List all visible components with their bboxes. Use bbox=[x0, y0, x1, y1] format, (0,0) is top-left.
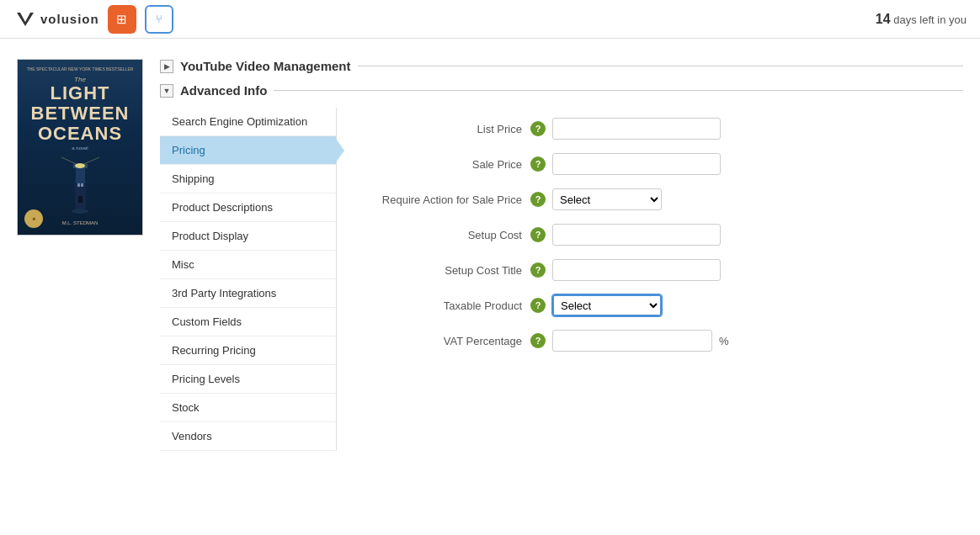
setup-cost-title-row: Setup Cost Title ? bbox=[362, 259, 938, 281]
sidebar-item-stock-label: Stock bbox=[172, 401, 200, 414]
sidebar-item-misc-label: Misc bbox=[172, 258, 194, 271]
advanced-info-content: Search Engine Optimization Pricing Shipp… bbox=[160, 108, 963, 451]
require-action-select[interactable]: Select Option 1 Option 2 bbox=[552, 188, 662, 210]
fork-icon: ⑂ bbox=[156, 13, 162, 25]
left-navigation: Search Engine Optimization Pricing Shipp… bbox=[160, 108, 337, 451]
vat-percentage-label: VAT Percentage bbox=[362, 335, 530, 347]
svg-marker-0 bbox=[17, 13, 34, 26]
sidebar-item-pricing-levels-label: Pricing Levels bbox=[172, 373, 240, 385]
require-action-label: Require Action for Sale Price bbox=[362, 193, 530, 206]
trial-label: days left in you bbox=[893, 13, 967, 26]
sidebar-item-custom-fields-label: Custom Fields bbox=[172, 315, 242, 328]
vat-percentage-input[interactable] bbox=[552, 330, 712, 352]
product-image-container: THE SPECTACULAR NEW YORK TIMES BESTSELLE… bbox=[17, 59, 143, 236]
svg-rect-3 bbox=[76, 167, 85, 183]
svg-line-10 bbox=[61, 157, 80, 166]
right-panel: ▶ YouTube Video Management ▼ Advanced In… bbox=[160, 52, 963, 451]
lighthouse-icon bbox=[57, 154, 104, 217]
taxable-product-help-icon[interactable]: ? bbox=[530, 298, 546, 313]
sidebar-item-custom-fields[interactable]: Custom Fields bbox=[160, 308, 336, 336]
svg-point-9 bbox=[72, 209, 88, 214]
sidebar-item-recurring-pricing[interactable]: Recurring Pricing bbox=[160, 336, 336, 365]
svg-rect-2 bbox=[75, 179, 86, 209]
vat-percentage-row: VAT Percentage ? % bbox=[362, 330, 938, 352]
setup-cost-input[interactable] bbox=[552, 224, 721, 246]
list-price-help-icon[interactable]: ? bbox=[530, 121, 546, 136]
medal-badge: ★ bbox=[24, 209, 43, 228]
sidebar-item-vendors[interactable]: Vendors bbox=[160, 422, 336, 451]
advanced-section-line bbox=[274, 90, 963, 91]
list-price-row: List Price ? bbox=[362, 118, 938, 140]
book-top-text: THE SPECTACULAR NEW YORK TIMES BESTSELLE… bbox=[27, 66, 134, 72]
grid-icon-button[interactable]: ⊞ bbox=[108, 5, 136, 34]
sidebar-item-product-descriptions[interactable]: Product Descriptions bbox=[160, 193, 336, 222]
sale-price-row: Sale Price ? bbox=[362, 153, 938, 175]
product-image: THE SPECTACULAR NEW YORK TIMES BESTSELLE… bbox=[18, 60, 142, 235]
sidebar-item-recurring-pricing-label: Recurring Pricing bbox=[172, 344, 256, 357]
sidebar-item-stock[interactable]: Stock bbox=[160, 394, 336, 422]
setup-cost-title-help-icon[interactable]: ? bbox=[530, 262, 546, 278]
top-navigation: volusion ⊞ ⑂ 14 days left in you bbox=[0, 0, 980, 39]
book-title-light: LIGHT bbox=[51, 83, 110, 103]
trial-info: 14 days left in you bbox=[876, 12, 967, 27]
grid-icon: ⊞ bbox=[116, 12, 127, 27]
svg-rect-8 bbox=[81, 183, 83, 187]
taxable-product-label: Taxable Product bbox=[362, 299, 530, 312]
setup-cost-row: Setup Cost ? bbox=[362, 224, 938, 246]
setup-cost-label: Setup Cost bbox=[362, 229, 530, 241]
require-action-row: Require Action for Sale Price ? Select O… bbox=[362, 188, 938, 210]
setup-cost-title-label: Setup Cost Title bbox=[362, 264, 530, 277]
svg-rect-6 bbox=[78, 196, 83, 203]
volusion-brand-text: volusion bbox=[40, 12, 99, 26]
youtube-toggle[interactable]: ▶ bbox=[160, 60, 173, 73]
list-price-input[interactable] bbox=[552, 118, 721, 140]
pricing-form: List Price ? Sale Price ? Require Action… bbox=[337, 108, 963, 451]
taxable-product-select[interactable]: Select Yes No bbox=[552, 294, 662, 316]
volusion-logo: volusion bbox=[13, 8, 99, 31]
advanced-toggle[interactable]: ▼ bbox=[160, 84, 173, 98]
sidebar-item-3rd-party[interactable]: 3rd Party Integrations bbox=[160, 279, 336, 308]
sidebar-item-shipping-label: Shipping bbox=[172, 172, 215, 185]
sidebar-item-product-display[interactable]: Product Display bbox=[160, 222, 336, 251]
advanced-section-title: Advanced Info bbox=[180, 83, 267, 98]
sidebar-item-product-descriptions-label: Product Descriptions bbox=[172, 201, 273, 214]
fork-icon-button[interactable]: ⑂ bbox=[145, 5, 173, 34]
percent-sign: % bbox=[719, 335, 729, 347]
book-title-oceans: OCEANS bbox=[38, 124, 122, 144]
sidebar-item-pricing-label: Pricing bbox=[172, 144, 205, 156]
list-price-label: List Price bbox=[362, 123, 530, 135]
youtube-section-line bbox=[358, 66, 963, 66]
sale-price-help-icon[interactable]: ? bbox=[530, 156, 546, 172]
vat-input-group: % bbox=[552, 330, 729, 352]
book-author: M.L. STEDMAN bbox=[62, 220, 99, 225]
sidebar-item-product-display-label: Product Display bbox=[172, 230, 248, 242]
sidebar-item-pricing[interactable]: Pricing bbox=[160, 136, 336, 165]
nav-left: volusion ⊞ ⑂ bbox=[13, 5, 173, 34]
sidebar-item-seo-label: Search Engine Optimization bbox=[172, 115, 307, 128]
vat-percentage-help-icon[interactable]: ? bbox=[530, 333, 546, 348]
book-subtitle: a novel bbox=[72, 146, 88, 151]
volusion-v-icon bbox=[13, 8, 37, 31]
sidebar-item-misc[interactable]: Misc bbox=[160, 251, 336, 279]
svg-rect-7 bbox=[77, 183, 80, 187]
sidebar-item-pricing-levels[interactable]: Pricing Levels bbox=[160, 365, 336, 394]
setup-cost-title-input[interactable] bbox=[552, 259, 721, 281]
sidebar-item-shipping[interactable]: Shipping bbox=[160, 165, 336, 193]
sale-price-input[interactable] bbox=[552, 153, 721, 175]
sidebar-item-seo[interactable]: Search Engine Optimization bbox=[160, 108, 336, 136]
sale-price-label: Sale Price bbox=[362, 158, 530, 171]
book-title-between: BETWEEN bbox=[31, 103, 130, 124]
require-action-help-icon[interactable]: ? bbox=[530, 192, 546, 207]
svg-line-11 bbox=[80, 157, 99, 166]
youtube-section-header: ▶ YouTube Video Management bbox=[160, 59, 963, 73]
setup-cost-help-icon[interactable]: ? bbox=[530, 227, 546, 242]
main-content: THE SPECTACULAR NEW YORK TIMES BESTSELLE… bbox=[0, 39, 980, 464]
sidebar-item-vendors-label: Vendors bbox=[172, 430, 212, 442]
youtube-section-title: YouTube Video Management bbox=[180, 59, 351, 73]
advanced-section-header: ▼ Advanced Info bbox=[160, 83, 963, 98]
taxable-product-row: Taxable Product ? Select Yes No bbox=[362, 294, 938, 316]
sidebar-item-3rd-party-label: 3rd Party Integrations bbox=[172, 287, 276, 299]
trial-days: 14 bbox=[876, 12, 891, 26]
